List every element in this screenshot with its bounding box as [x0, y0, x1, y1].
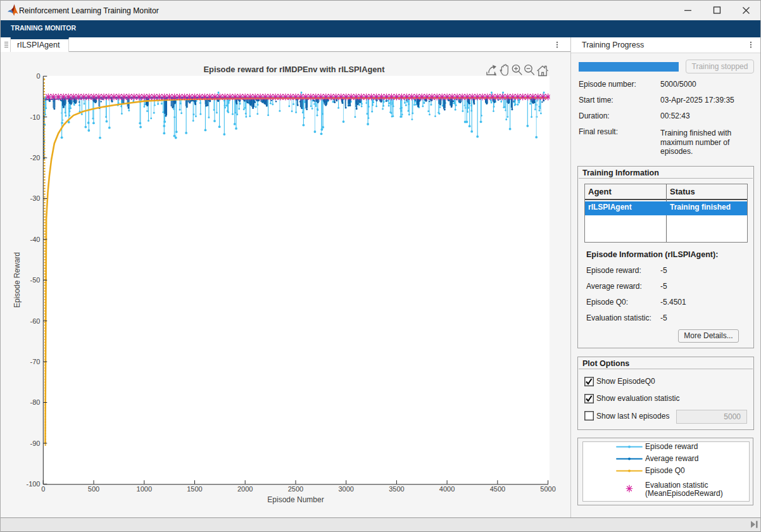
svg-text:-20: -20 [30, 154, 41, 162]
svg-text:3500: 3500 [389, 485, 404, 493]
svg-text:-90: -90 [30, 440, 41, 447]
svg-text:0: 0 [41, 485, 45, 493]
svg-text:-10: -10 [30, 113, 41, 121]
svg-text:2000: 2000 [237, 485, 253, 493]
svg-text:2500: 2500 [288, 485, 303, 493]
svg-text:4500: 4500 [490, 485, 505, 493]
svg-text:-60: -60 [30, 317, 41, 325]
svg-text:5000: 5000 [540, 485, 555, 493]
svg-text:4000: 4000 [439, 485, 455, 493]
svg-text:Episode Number: Episode Number [267, 495, 324, 504]
svg-text:Episode Reward: Episode Reward [13, 252, 22, 308]
svg-text:-40: -40 [30, 236, 41, 243]
svg-text:1000: 1000 [137, 485, 152, 493]
svg-text:-80: -80 [30, 398, 41, 406]
svg-text:-30: -30 [30, 194, 41, 202]
svg-text:Episode reward for rIMDPEnv wi: Episode reward for rIMDPEnv with rILSPIA… [204, 65, 386, 74]
svg-text:-100: -100 [26, 480, 40, 488]
svg-text:1500: 1500 [187, 485, 202, 493]
svg-text:-50: -50 [30, 276, 41, 284]
svg-text:-70: -70 [30, 358, 41, 365]
svg-text:0: 0 [36, 72, 40, 80]
svg-text:3000: 3000 [338, 485, 353, 493]
svg-text:500: 500 [88, 485, 99, 493]
